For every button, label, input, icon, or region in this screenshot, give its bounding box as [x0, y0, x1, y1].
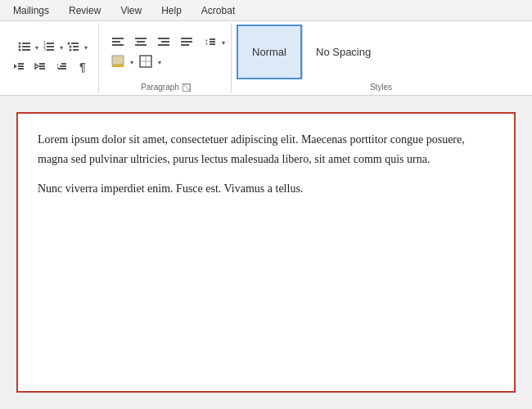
tab-mailings[interactable]: Mailings: [3, 0, 59, 20]
decrease-indent-icon: [12, 60, 25, 75]
svg-rect-46: [112, 56, 124, 65]
svg-text:3.: 3.: [43, 47, 47, 52]
document-page[interactable]: Lorem ipsum dolor sit amet, consectetuer…: [16, 112, 516, 393]
tab-help[interactable]: Help: [151, 0, 192, 20]
svg-rect-29: [58, 68, 66, 70]
svg-point-16: [70, 48, 72, 51]
increase-indent-button[interactable]: [29, 58, 51, 76]
svg-rect-19: [18, 63, 24, 65]
svg-rect-23: [39, 63, 45, 65]
svg-rect-20: [18, 65, 24, 67]
svg-marker-18: [14, 64, 17, 69]
svg-point-0: [19, 42, 21, 44]
paragraph-expand-button[interactable]: [183, 83, 191, 92]
svg-rect-31: [112, 41, 120, 43]
svg-rect-44: [210, 41, 215, 43]
svg-rect-34: [137, 41, 145, 43]
bullets-icon: [18, 40, 31, 56]
paragraph-section: ↕ ▾ ▾: [101, 23, 232, 93]
svg-line-52: [188, 89, 189, 90]
align-center-button[interactable]: [130, 34, 151, 52]
svg-rect-45: [210, 43, 215, 45]
svg-text:↕: ↕: [204, 36, 209, 47]
shading-icon: [111, 55, 124, 70]
multilevel-icon: [67, 40, 80, 56]
svg-marker-22: [35, 64, 38, 69]
svg-rect-9: [47, 46, 54, 47]
line-spacing-icon: ↕: [203, 35, 216, 51]
paragraph-1: Lorem ipsum dolor sit amet, consectetuer…: [38, 130, 494, 169]
svg-rect-15: [73, 46, 79, 47]
svg-rect-40: [181, 41, 192, 43]
svg-rect-39: [181, 38, 192, 39]
svg-rect-17: [73, 49, 79, 51]
svg-rect-13: [71, 43, 79, 44]
align-center-icon: [134, 35, 147, 51]
sort-icon: ↕: [55, 60, 68, 75]
svg-rect-27: [61, 63, 66, 65]
borders-button[interactable]: [135, 54, 156, 72]
numbering-icon: 1.2.3.: [43, 40, 56, 56]
multilevel-button[interactable]: [63, 38, 84, 56]
svg-rect-1: [22, 43, 30, 44]
svg-point-12: [68, 42, 70, 44]
increase-indent-icon: [34, 60, 47, 75]
justify-icon: [180, 35, 193, 51]
document-area: Lorem ipsum dolor sit amet, consectetuer…: [0, 96, 532, 409]
show-hide-button[interactable]: ¶: [72, 58, 93, 76]
shading-button[interactable]: [107, 54, 128, 72]
svg-rect-28: [60, 65, 66, 67]
svg-rect-36: [158, 38, 169, 39]
linespacing-chevron: ▾: [222, 39, 225, 47]
svg-rect-5: [22, 49, 30, 51]
svg-rect-24: [39, 65, 45, 67]
borders-chevron: ▾: [158, 59, 161, 66]
decrease-indent-button[interactable]: [8, 58, 29, 76]
bullets-button[interactable]: [14, 38, 35, 56]
tab-view[interactable]: View: [110, 0, 151, 20]
align-left-icon: [111, 35, 124, 51]
svg-rect-43: [210, 38, 215, 40]
pilcrow-icon: ¶: [79, 61, 86, 74]
svg-rect-11: [47, 49, 54, 51]
svg-point-14: [70, 45, 72, 47]
tab-acrobat[interactable]: Acrobat: [192, 0, 245, 20]
svg-rect-3: [22, 46, 30, 47]
align-right-button[interactable]: [153, 34, 174, 52]
sort-button[interactable]: ↕: [51, 58, 72, 76]
style-nospacing-button[interactable]: No Spacing: [302, 25, 385, 79]
svg-rect-30: [112, 38, 124, 39]
svg-rect-32: [112, 44, 124, 46]
borders-icon: [139, 55, 152, 70]
svg-rect-41: [181, 44, 189, 46]
paragraph-section-label: Paragraph: [141, 83, 179, 92]
svg-rect-47: [112, 65, 124, 67]
paragraph-2: Nunc viverra imperdiet enim. Fusce est. …: [38, 179, 494, 199]
multilevel-chevron: ▾: [84, 44, 88, 52]
svg-rect-25: [39, 68, 45, 70]
svg-rect-21: [18, 68, 24, 70]
svg-point-4: [19, 48, 21, 51]
styles-section-label: Styles: [370, 81, 392, 92]
styles-section: Normal No Spacing Styles: [233, 23, 529, 93]
style-normal-button[interactable]: Normal: [237, 25, 302, 79]
svg-rect-37: [161, 41, 169, 43]
tab-review[interactable]: Review: [59, 0, 110, 20]
svg-rect-7: [47, 43, 54, 44]
svg-rect-33: [135, 38, 147, 39]
left-tools-section: ▾ 1.2.3. ▾ ▾: [3, 23, 99, 93]
svg-rect-35: [135, 44, 147, 46]
justify-button[interactable]: [176, 34, 197, 52]
shading-chevron: ▾: [130, 59, 133, 66]
svg-point-2: [19, 45, 21, 47]
numbering-button[interactable]: 1.2.3.: [38, 38, 60, 56]
line-spacing-button[interactable]: ↕: [199, 34, 220, 52]
align-right-icon: [157, 35, 170, 51]
svg-rect-38: [158, 44, 169, 46]
align-left-button[interactable]: [107, 34, 128, 52]
